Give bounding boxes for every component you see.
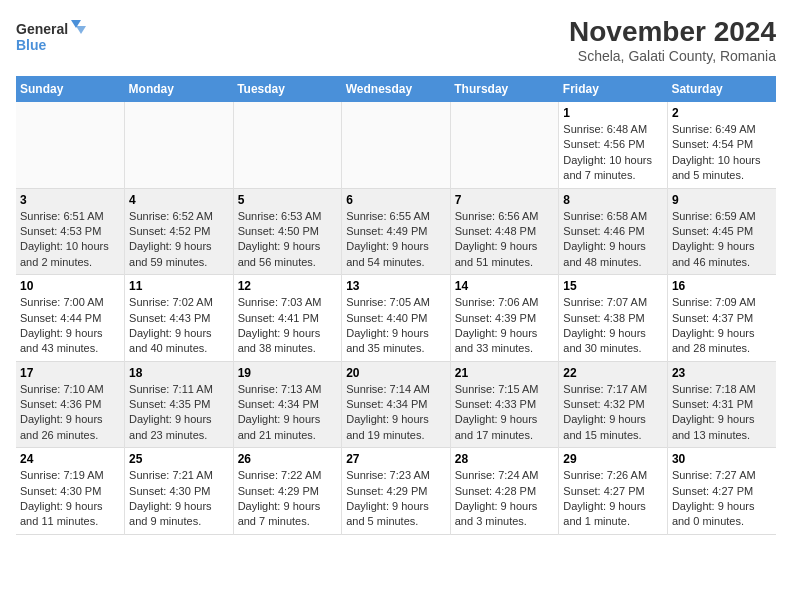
day-info: Sunrise: 6:56 AM Sunset: 4:48 PM Dayligh… — [455, 209, 555, 271]
day-info: Sunrise: 6:55 AM Sunset: 4:49 PM Dayligh… — [346, 209, 446, 271]
day-number: 21 — [455, 366, 555, 380]
day-info: Sunrise: 6:58 AM Sunset: 4:46 PM Dayligh… — [563, 209, 663, 271]
day-info: Sunrise: 7:10 AM Sunset: 4:36 PM Dayligh… — [20, 382, 120, 444]
calendar-week-3: 10Sunrise: 7:00 AM Sunset: 4:44 PM Dayli… — [16, 275, 776, 362]
day-number: 9 — [672, 193, 772, 207]
day-info: Sunrise: 7:18 AM Sunset: 4:31 PM Dayligh… — [672, 382, 772, 444]
calendar-cell: 15Sunrise: 7:07 AM Sunset: 4:38 PM Dayli… — [559, 275, 668, 362]
calendar-cell: 1Sunrise: 6:48 AM Sunset: 4:56 PM Daylig… — [559, 102, 668, 188]
day-info: Sunrise: 7:14 AM Sunset: 4:34 PM Dayligh… — [346, 382, 446, 444]
day-number: 27 — [346, 452, 446, 466]
calendar-cell: 5Sunrise: 6:53 AM Sunset: 4:50 PM Daylig… — [233, 188, 342, 275]
day-info: Sunrise: 6:51 AM Sunset: 4:53 PM Dayligh… — [20, 209, 120, 271]
day-info: Sunrise: 7:24 AM Sunset: 4:28 PM Dayligh… — [455, 468, 555, 530]
day-number: 11 — [129, 279, 229, 293]
day-number: 7 — [455, 193, 555, 207]
col-header-wednesday: Wednesday — [342, 76, 451, 102]
day-number: 26 — [238, 452, 338, 466]
calendar-cell: 21Sunrise: 7:15 AM Sunset: 4:33 PM Dayli… — [450, 361, 559, 448]
day-info: Sunrise: 7:15 AM Sunset: 4:33 PM Dayligh… — [455, 382, 555, 444]
calendar-cell: 9Sunrise: 6:59 AM Sunset: 4:45 PM Daylig… — [667, 188, 776, 275]
calendar-cell: 17Sunrise: 7:10 AM Sunset: 4:36 PM Dayli… — [16, 361, 125, 448]
calendar-cell: 7Sunrise: 6:56 AM Sunset: 4:48 PM Daylig… — [450, 188, 559, 275]
calendar-cell: 6Sunrise: 6:55 AM Sunset: 4:49 PM Daylig… — [342, 188, 451, 275]
calendar-cell: 2Sunrise: 6:49 AM Sunset: 4:54 PM Daylig… — [667, 102, 776, 188]
col-header-sunday: Sunday — [16, 76, 125, 102]
subtitle: Schela, Galati County, Romania — [569, 48, 776, 64]
page-header: GeneralBlue November 2024 Schela, Galati… — [16, 16, 776, 64]
calendar-cell: 13Sunrise: 7:05 AM Sunset: 4:40 PM Dayli… — [342, 275, 451, 362]
calendar-cell — [16, 102, 125, 188]
calendar-table: SundayMondayTuesdayWednesdayThursdayFrid… — [16, 76, 776, 535]
day-info: Sunrise: 7:09 AM Sunset: 4:37 PM Dayligh… — [672, 295, 772, 357]
calendar-cell: 16Sunrise: 7:09 AM Sunset: 4:37 PM Dayli… — [667, 275, 776, 362]
calendar-cell — [125, 102, 234, 188]
calendar-cell: 24Sunrise: 7:19 AM Sunset: 4:30 PM Dayli… — [16, 448, 125, 535]
calendar-cell: 12Sunrise: 7:03 AM Sunset: 4:41 PM Dayli… — [233, 275, 342, 362]
col-header-thursday: Thursday — [450, 76, 559, 102]
svg-text:Blue: Blue — [16, 37, 47, 53]
day-number: 12 — [238, 279, 338, 293]
calendar-cell: 22Sunrise: 7:17 AM Sunset: 4:32 PM Dayli… — [559, 361, 668, 448]
calendar-week-1: 1Sunrise: 6:48 AM Sunset: 4:56 PM Daylig… — [16, 102, 776, 188]
calendar-cell: 19Sunrise: 7:13 AM Sunset: 4:34 PM Dayli… — [233, 361, 342, 448]
day-number: 23 — [672, 366, 772, 380]
day-info: Sunrise: 7:03 AM Sunset: 4:41 PM Dayligh… — [238, 295, 338, 357]
day-number: 6 — [346, 193, 446, 207]
logo: GeneralBlue — [16, 16, 96, 60]
calendar-week-2: 3Sunrise: 6:51 AM Sunset: 4:53 PM Daylig… — [16, 188, 776, 275]
day-info: Sunrise: 7:21 AM Sunset: 4:30 PM Dayligh… — [129, 468, 229, 530]
day-info: Sunrise: 7:11 AM Sunset: 4:35 PM Dayligh… — [129, 382, 229, 444]
day-number: 14 — [455, 279, 555, 293]
main-title: November 2024 — [569, 16, 776, 48]
day-number: 15 — [563, 279, 663, 293]
calendar-week-5: 24Sunrise: 7:19 AM Sunset: 4:30 PM Dayli… — [16, 448, 776, 535]
calendar-cell: 10Sunrise: 7:00 AM Sunset: 4:44 PM Dayli… — [16, 275, 125, 362]
day-info: Sunrise: 7:00 AM Sunset: 4:44 PM Dayligh… — [20, 295, 120, 357]
day-info: Sunrise: 6:48 AM Sunset: 4:56 PM Dayligh… — [563, 122, 663, 184]
svg-marker-3 — [76, 26, 86, 34]
calendar-cell: 26Sunrise: 7:22 AM Sunset: 4:29 PM Dayli… — [233, 448, 342, 535]
day-info: Sunrise: 6:59 AM Sunset: 4:45 PM Dayligh… — [672, 209, 772, 271]
day-number: 28 — [455, 452, 555, 466]
col-header-saturday: Saturday — [667, 76, 776, 102]
day-number: 29 — [563, 452, 663, 466]
day-number: 8 — [563, 193, 663, 207]
day-info: Sunrise: 7:27 AM Sunset: 4:27 PM Dayligh… — [672, 468, 772, 530]
day-number: 22 — [563, 366, 663, 380]
col-header-monday: Monday — [125, 76, 234, 102]
day-info: Sunrise: 7:19 AM Sunset: 4:30 PM Dayligh… — [20, 468, 120, 530]
svg-text:General: General — [16, 21, 68, 37]
day-info: Sunrise: 7:02 AM Sunset: 4:43 PM Dayligh… — [129, 295, 229, 357]
calendar-week-4: 17Sunrise: 7:10 AM Sunset: 4:36 PM Dayli… — [16, 361, 776, 448]
calendar-cell: 11Sunrise: 7:02 AM Sunset: 4:43 PM Dayli… — [125, 275, 234, 362]
day-number: 16 — [672, 279, 772, 293]
calendar-cell — [450, 102, 559, 188]
calendar-cell: 14Sunrise: 7:06 AM Sunset: 4:39 PM Dayli… — [450, 275, 559, 362]
day-info: Sunrise: 7:13 AM Sunset: 4:34 PM Dayligh… — [238, 382, 338, 444]
day-number: 3 — [20, 193, 120, 207]
day-number: 25 — [129, 452, 229, 466]
calendar-cell — [233, 102, 342, 188]
day-info: Sunrise: 7:05 AM Sunset: 4:40 PM Dayligh… — [346, 295, 446, 357]
day-info: Sunrise: 7:17 AM Sunset: 4:32 PM Dayligh… — [563, 382, 663, 444]
calendar-cell: 4Sunrise: 6:52 AM Sunset: 4:52 PM Daylig… — [125, 188, 234, 275]
calendar-cell: 28Sunrise: 7:24 AM Sunset: 4:28 PM Dayli… — [450, 448, 559, 535]
logo-svg: GeneralBlue — [16, 16, 96, 60]
day-number: 4 — [129, 193, 229, 207]
calendar-cell: 29Sunrise: 7:26 AM Sunset: 4:27 PM Dayli… — [559, 448, 668, 535]
day-info: Sunrise: 7:22 AM Sunset: 4:29 PM Dayligh… — [238, 468, 338, 530]
title-block: November 2024 Schela, Galati County, Rom… — [569, 16, 776, 64]
calendar-cell: 25Sunrise: 7:21 AM Sunset: 4:30 PM Dayli… — [125, 448, 234, 535]
day-number: 1 — [563, 106, 663, 120]
calendar-cell — [342, 102, 451, 188]
col-header-tuesday: Tuesday — [233, 76, 342, 102]
day-number: 17 — [20, 366, 120, 380]
day-info: Sunrise: 6:53 AM Sunset: 4:50 PM Dayligh… — [238, 209, 338, 271]
day-info: Sunrise: 7:06 AM Sunset: 4:39 PM Dayligh… — [455, 295, 555, 357]
col-header-friday: Friday — [559, 76, 668, 102]
day-number: 5 — [238, 193, 338, 207]
calendar-header: SundayMondayTuesdayWednesdayThursdayFrid… — [16, 76, 776, 102]
calendar-cell: 8Sunrise: 6:58 AM Sunset: 4:46 PM Daylig… — [559, 188, 668, 275]
calendar-cell: 3Sunrise: 6:51 AM Sunset: 4:53 PM Daylig… — [16, 188, 125, 275]
